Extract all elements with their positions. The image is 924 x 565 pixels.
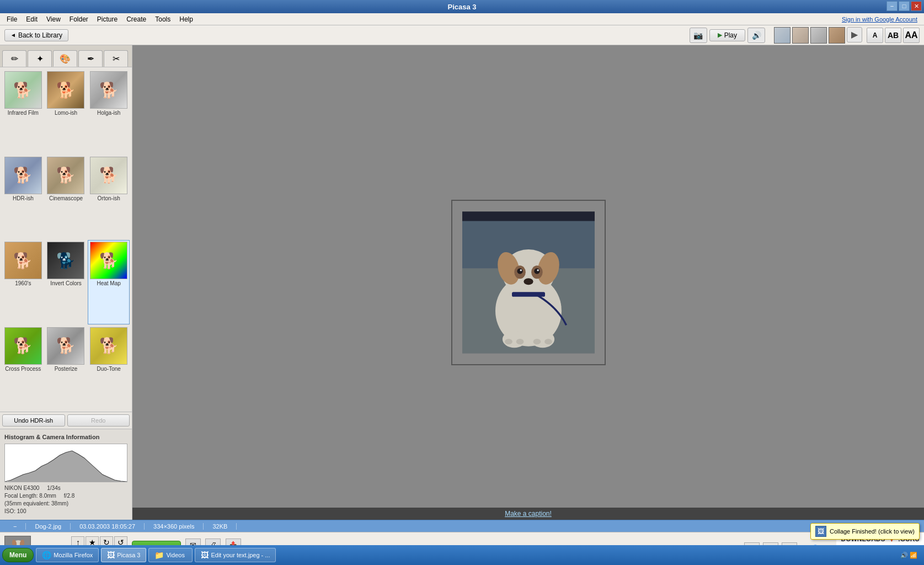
maximize-button[interactable]: □ [899, 1, 910, 11]
aperture: f/2.8 [64, 493, 74, 499]
tab-basic[interactable]: ✏ [2, 50, 26, 67]
share-thumb-1[interactable] [774, 27, 791, 44]
canvas-area: Make a caption! [132, 45, 924, 520]
effect-label-cinemascope: Cinemascope [49, 195, 83, 201]
taskbar-videos[interactable]: 📁 Videos [148, 548, 193, 562]
effect-duo-tone[interactable]: 🐕 Duo-Tone [88, 326, 130, 410]
effect-thumb-posterize: 🐕 [47, 327, 84, 365]
effect-infrared-film[interactable]: 🐕 Infrared Film [2, 70, 44, 154]
share-thumbnails: ▶ [774, 27, 862, 44]
effect-thumb-crossprocess: 🐕 [4, 327, 42, 365]
effect-heat-map[interactable]: 🐕 Heat Map [88, 240, 130, 324]
status-minimize[interactable]: − [4, 523, 26, 530]
taskbar-firefox-label: Mozilla Firefox [54, 552, 93, 558]
effect-label-infrared: Infrared Film [8, 110, 39, 116]
firefox-icon: 🌐 [42, 551, 51, 559]
effect-posterize[interactable]: 🐕 Posterize [45, 326, 87, 410]
taskbar-firefox[interactable]: 🌐 Mozilla Firefox [36, 548, 99, 562]
collage-notification[interactable]: 🖼 Collage Finished! (click to view) [810, 523, 920, 540]
status-filesize: 32KB [204, 523, 237, 530]
share-thumb-2[interactable] [792, 27, 809, 44]
caption-bar: Make a caption! [132, 508, 924, 520]
app-title: Picasa 3 [447, 3, 476, 11]
menu-tools[interactable]: Tools [151, 14, 175, 24]
effect-label-posterize: Posterize [55, 366, 78, 372]
effect-1960s[interactable]: 🐕 1960's [2, 240, 44, 324]
close-button[interactable]: ✕ [911, 1, 922, 11]
play-group: 📷 Play 🔊 [690, 28, 765, 43]
statusbar: − Dog-2.jpg 03.03.2003 18:05:27 334×360 … [0, 520, 924, 532]
effect-label-orton: Orton-ish [98, 195, 120, 201]
speaker-icon[interactable]: 🔊 [747, 28, 765, 43]
effect-invert-colors[interactable]: 🐕 Invert Colors [45, 240, 87, 324]
minimize-button[interactable]: − [886, 1, 898, 11]
effect-label-heatmap: Heat Map [97, 280, 120, 286]
left-panel: ✏ ✦ 🎨 ✒ ✂ 🐕 Infrared Film 🐕 [0, 45, 132, 520]
focal-equivalent: (35mm equivalent: 38mm) [4, 500, 68, 507]
effect-label-invert: Invert Colors [50, 280, 82, 286]
tab-text[interactable]: ✒ [78, 50, 103, 67]
videos-icon: 📁 [154, 551, 164, 559]
effect-thumb-orton: 🐕 [90, 157, 127, 194]
status-dimensions: 334×360 pixels [145, 523, 204, 530]
taskbar-text[interactable]: 🖼 Edit your text.jpeg - ... [195, 548, 276, 562]
share-next-button[interactable]: ▶ [847, 27, 862, 42]
effect-label-holga: Holga-ish [97, 110, 120, 116]
picasa-icon: 🖼 [107, 551, 115, 559]
redo-button[interactable]: Redo [67, 414, 130, 427]
effect-cross-process[interactable]: 🐕 Cross Process [2, 326, 44, 410]
taskbar-picasa-label: Picasa 3 [117, 552, 140, 558]
status-filename: Dog-2.jpg [26, 523, 71, 530]
back-to-library-button[interactable]: Back to Library [4, 29, 68, 41]
svg-rect-23 [462, 211, 595, 353]
menu-folder[interactable]: Folder [65, 14, 93, 24]
text-large-button[interactable]: AA [903, 28, 920, 43]
shutter-speed: 1/34s [47, 485, 60, 491]
effect-thumb-cinemascope: 🐕 [47, 157, 84, 194]
taskbar-text-label: Edit your text.jpeg - ... [211, 552, 270, 558]
tab-tuning[interactable]: ✦ [28, 50, 52, 67]
effect-grid: 🐕 Infrared Film 🐕 Lomo-ish 🐕 Holga-ish [0, 67, 132, 412]
content-area: ✏ ✦ 🎨 ✒ ✂ 🐕 Infrared Film 🐕 [0, 45, 924, 520]
menu-create[interactable]: Create [122, 14, 151, 24]
caption-text[interactable]: Make a caption! [505, 510, 552, 518]
start-button[interactable]: Menu [2, 548, 34, 562]
share-thumb-4[interactable] [829, 27, 845, 44]
effect-thumb-invert: 🐕 [47, 242, 84, 279]
undo-button[interactable]: Undo HDR-ish [2, 414, 65, 427]
effect-thumb-duotone: 🐕 [90, 327, 127, 365]
focal-length: Focal Length: 8.0mm [4, 493, 56, 499]
effect-orton-ish[interactable]: 🐕 Orton-ish [88, 155, 130, 239]
effect-label-lomo: Lomo-ish [55, 110, 77, 116]
effect-lomo-ish[interactable]: 🐕 Lomo-ish [45, 70, 87, 154]
toolbar: Back to Library 📷 Play 🔊 ▶ A AB AA [0, 25, 924, 45]
taskbar-time: 🔊 📶 [900, 552, 922, 559]
signin-link[interactable]: Sign in with Google Account [842, 16, 922, 23]
menu-help[interactable]: Help [175, 14, 197, 24]
menu-edit[interactable]: Edit [22, 14, 42, 24]
tab-crop[interactable]: ✂ [104, 50, 128, 67]
effect-holga-ish[interactable]: 🐕 Holga-ish [88, 70, 130, 154]
histogram-chart [4, 444, 127, 482]
effect-hdr-ish[interactable]: 🐕 HDR-ish [2, 155, 44, 239]
camera-icon[interactable]: 📷 [690, 28, 707, 43]
effect-label-crossprocess: Cross Process [5, 366, 41, 372]
menu-picture[interactable]: Picture [93, 14, 122, 24]
taskbar-picasa[interactable]: 🖼 Picasa 3 [101, 548, 146, 562]
notification-text: Collage Finished! (click to view) [830, 528, 915, 535]
share-thumb-3[interactable] [810, 27, 827, 44]
menu-file[interactable]: File [2, 14, 22, 24]
text-medium-button[interactable]: AB [885, 28, 901, 43]
effect-thumb-holga: 🐕 [90, 71, 127, 109]
menubar: File Edit View Folder Picture Create Too… [0, 13, 924, 25]
menu-view[interactable]: View [42, 14, 65, 24]
play-button[interactable]: Play [709, 29, 745, 41]
effect-cinemascope[interactable]: 🐕 Cinemascope [45, 155, 87, 239]
dog-image [451, 200, 606, 365]
effect-thumb-lomo: 🐕 [47, 71, 84, 109]
tab-effects[interactable]: 🎨 [53, 50, 77, 67]
histogram-title: Histogram & Camera Information [4, 434, 127, 440]
app: Picasa 3 − □ ✕ File Edit View Folder Pic… [0, 0, 924, 565]
camera-info: NIKON E4300 1/34s Focal Length: 8.0mm f/… [4, 484, 127, 515]
text-small-button[interactable]: A [867, 28, 883, 43]
